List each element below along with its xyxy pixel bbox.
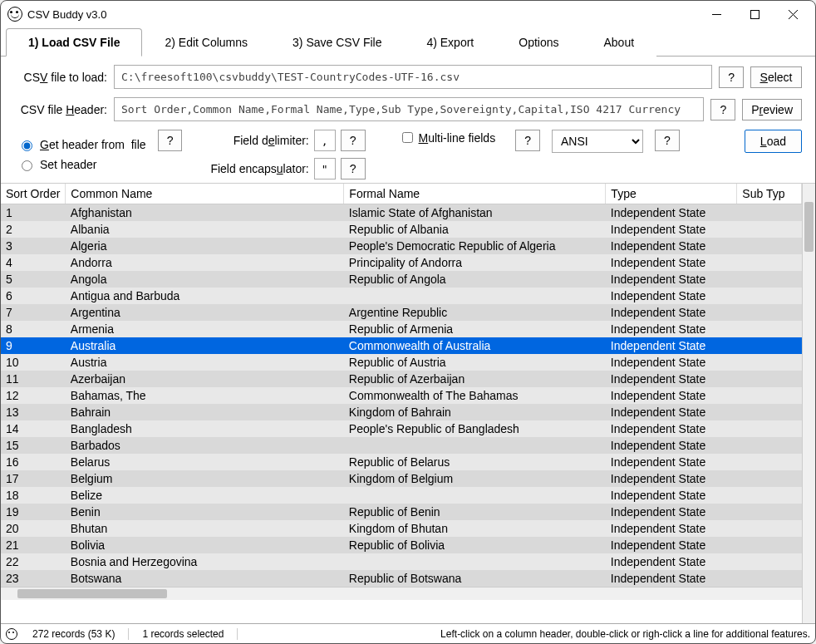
tab-4[interactable]: Options bbox=[496, 28, 581, 57]
tab-1[interactable]: 2) Edit Columns bbox=[142, 28, 270, 57]
status-icon bbox=[6, 628, 17, 640]
tab-0[interactable]: 1) Load CSV File bbox=[6, 28, 142, 57]
close-button[interactable] bbox=[774, 2, 812, 27]
table-row[interactable]: 10AustriaRepublic of AustriaIndependent … bbox=[1, 354, 802, 371]
table-row[interactable]: 3AlgeriaPeople's Democratic Republic of … bbox=[1, 238, 802, 254]
column-header[interactable]: Sort Order bbox=[1, 184, 66, 204]
cell-formal bbox=[344, 437, 606, 454]
table-row[interactable]: 8ArmeniaRepublic of ArmeniaIndependent S… bbox=[1, 321, 802, 337]
column-header[interactable]: Type bbox=[606, 184, 737, 204]
table-row[interactable]: 2AlbaniaRepublic of AlbaniaIndependent S… bbox=[1, 221, 802, 238]
header-help-button[interactable]: ? bbox=[710, 99, 735, 120]
cell-sort: 7 bbox=[1, 304, 66, 321]
table-row[interactable]: 7ArgentinaArgentine RepublicIndependent … bbox=[1, 304, 802, 321]
select-button[interactable]: Select bbox=[750, 66, 802, 88]
cell-common: Antigua and Barbuda bbox=[66, 288, 344, 304]
preview-button[interactable]: Preview bbox=[742, 99, 802, 120]
cell-formal bbox=[344, 487, 606, 504]
delimiter-input[interactable] bbox=[314, 130, 336, 151]
cell-sort: 3 bbox=[1, 238, 66, 254]
file-path-input[interactable] bbox=[114, 65, 712, 89]
table-row[interactable]: 15BarbadosIndependent State bbox=[1, 437, 802, 454]
cell-type: Independent State bbox=[606, 470, 737, 487]
table-row[interactable]: 4AndorraPrincipality of AndorraIndepende… bbox=[1, 254, 802, 271]
table-row[interactable]: 20BhutanKingdom of BhutanIndependent Sta… bbox=[1, 520, 802, 537]
cell-common: Albania bbox=[66, 221, 344, 238]
table-row[interactable]: 13BahrainKingdom of BahrainIndependent S… bbox=[1, 404, 802, 420]
header-mode-help-button[interactable]: ? bbox=[158, 130, 183, 151]
status-records: 272 records (53 K) bbox=[32, 628, 129, 640]
encoding-select[interactable]: ANSI bbox=[552, 130, 643, 153]
column-header[interactable]: Common Name bbox=[66, 184, 344, 204]
get-header-radio[interactable]: Get header from file bbox=[17, 138, 146, 151]
titlebar: CSV Buddy v3.0 bbox=[1, 1, 815, 27]
cell-subtype bbox=[737, 354, 802, 371]
cell-formal: Principality of Andorra bbox=[344, 254, 606, 271]
table-row[interactable]: 9AustraliaCommonwealth of AustraliaIndep… bbox=[1, 337, 802, 354]
table-row[interactable]: 19BeninRepublic of BeninIndependent Stat… bbox=[1, 504, 802, 520]
table-row[interactable]: 18BelizeIndependent State bbox=[1, 487, 802, 504]
table-row[interactable]: 6Antigua and BarbudaIndependent State bbox=[1, 288, 802, 304]
cell-sort: 19 bbox=[1, 504, 66, 520]
table-row[interactable]: 12Bahamas, TheCommonwealth of The Bahama… bbox=[1, 387, 802, 404]
window-title: CSV Buddy v3.0 bbox=[27, 8, 697, 21]
table-row[interactable]: 14BangladeshPeople's Republic of Banglad… bbox=[1, 420, 802, 437]
delimiter-help-button[interactable]: ? bbox=[341, 130, 366, 151]
cell-type: Independent State bbox=[606, 304, 737, 321]
multiline-help-button[interactable]: ? bbox=[515, 130, 540, 151]
file-to-load-label: CSV file to load: bbox=[14, 71, 107, 84]
table-scroll[interactable]: Sort OrderCommon NameFormal NameTypeSub … bbox=[1, 184, 802, 623]
cell-type: Independent State bbox=[606, 553, 737, 570]
table-row[interactable]: 1AfghanistanIslamic State of Afghanistan… bbox=[1, 204, 802, 222]
data-table: Sort OrderCommon NameFormal NameTypeSub … bbox=[1, 184, 802, 587]
encapsulator-help-button[interactable]: ? bbox=[341, 158, 366, 179]
table-row[interactable]: 22Bosnia and HerzegovinaIndependent Stat… bbox=[1, 553, 802, 570]
maximize-button[interactable] bbox=[735, 2, 774, 27]
cell-common: Azerbaijan bbox=[66, 371, 344, 387]
cell-formal: Republic of Angola bbox=[344, 271, 606, 288]
cell-sort: 2 bbox=[1, 221, 66, 238]
multiline-checkbox[interactable]: Multi-line fields bbox=[399, 130, 496, 145]
cell-formal: Republic of Botswana bbox=[344, 570, 606, 587]
cell-formal: Republic of Azerbaijan bbox=[344, 371, 606, 387]
minimize-button[interactable] bbox=[697, 2, 735, 27]
column-header[interactable]: Sub Typ bbox=[737, 184, 802, 204]
table-row[interactable]: 23BotswanaRepublic of BotswanaIndependen… bbox=[1, 570, 802, 587]
cell-common: Bosnia and Herzegovina bbox=[66, 553, 344, 570]
cell-common: Armenia bbox=[66, 321, 344, 337]
cell-type: Independent State bbox=[606, 487, 737, 504]
status-hint: Left-click on a column header, double-cl… bbox=[440, 628, 810, 640]
cell-type: Independent State bbox=[606, 254, 737, 271]
file-help-button[interactable]: ? bbox=[719, 66, 744, 88]
table-row[interactable]: 17BelgiumKingdom of BelgiumIndependent S… bbox=[1, 470, 802, 487]
cell-subtype bbox=[737, 271, 802, 288]
app-window: CSV Buddy v3.0 1) Load CSV File2) Edit C… bbox=[0, 0, 816, 644]
set-header-radio[interactable]: Set header bbox=[17, 158, 146, 171]
cell-common: Bangladesh bbox=[66, 420, 344, 437]
cell-type: Independent State bbox=[606, 437, 737, 454]
h-scroll-thumb[interactable] bbox=[17, 589, 167, 598]
tab-5[interactable]: About bbox=[582, 28, 657, 57]
svg-rect-1 bbox=[750, 10, 759, 18]
tab-3[interactable]: 4) Export bbox=[404, 28, 496, 57]
cell-subtype bbox=[737, 553, 802, 570]
column-header[interactable]: Formal Name bbox=[344, 184, 606, 204]
horizontal-scrollbar[interactable] bbox=[1, 587, 802, 600]
cell-type: Independent State bbox=[606, 337, 737, 354]
vertical-scrollbar[interactable] bbox=[802, 184, 815, 623]
cell-subtype bbox=[737, 454, 802, 470]
v-scroll-thumb[interactable] bbox=[804, 202, 814, 252]
table-row[interactable]: 21BoliviaRepublic of BoliviaIndependent … bbox=[1, 537, 802, 553]
table-row[interactable]: 16BelarusRepublic of BelarusIndependent … bbox=[1, 454, 802, 470]
encapsulator-input[interactable] bbox=[314, 158, 336, 179]
cell-subtype bbox=[737, 420, 802, 437]
load-button[interactable]: Load bbox=[745, 130, 802, 153]
table-row[interactable]: 11AzerbaijanRepublic of AzerbaijanIndepe… bbox=[1, 371, 802, 387]
table-row[interactable]: 5AngolaRepublic of AngolaIndependent Sta… bbox=[1, 271, 802, 288]
encoding-help-button[interactable]: ? bbox=[655, 130, 680, 151]
cell-sort: 9 bbox=[1, 337, 66, 354]
cell-sort: 10 bbox=[1, 354, 66, 371]
header-input[interactable] bbox=[114, 97, 704, 121]
tab-2[interactable]: 3) Save CSV File bbox=[270, 28, 404, 57]
cell-common: Argentina bbox=[66, 304, 344, 321]
